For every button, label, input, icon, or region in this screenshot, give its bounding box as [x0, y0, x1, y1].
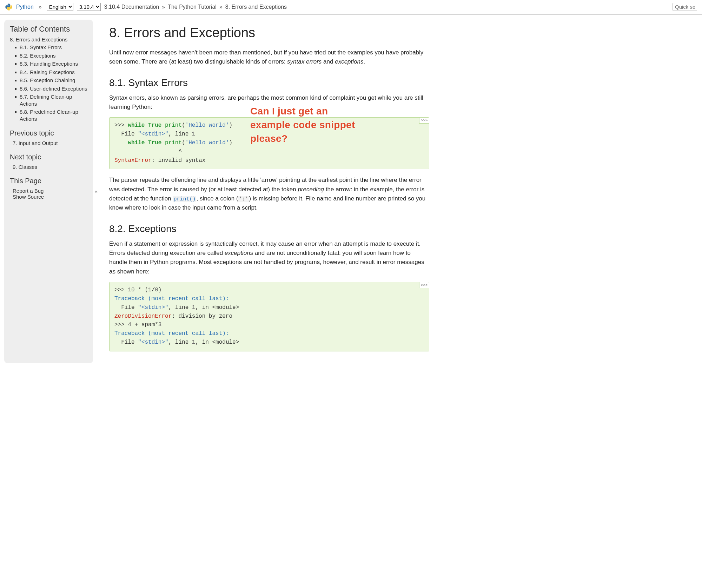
python-logo-icon: [5, 3, 13, 11]
toc-heading: Table of Contents: [10, 25, 87, 34]
toc-item[interactable]: 8.5. Exception Chaining: [20, 77, 75, 83]
top-nav-bar: Python » English 3.10.4 3.10.4 Documenta…: [0, 0, 702, 15]
inline-code-colon: ':': [238, 196, 249, 202]
python-home-link[interactable]: Python: [16, 4, 34, 10]
code-example-exceptions: >>>>>> 10 * (1/0) Traceback (most recent…: [109, 282, 429, 351]
toc-item[interactable]: 8.3. Handling Exceptions: [20, 61, 78, 67]
syntax-errors-paragraph: Syntax errors, also known as parsing err…: [109, 93, 429, 112]
toc-item[interactable]: 8.8. Predefined Clean-up Actions: [20, 109, 78, 122]
prev-topic-link[interactable]: 7. Input and Output: [13, 140, 87, 146]
svg-point-0: [7, 4, 8, 5]
breadcrumb: 3.10.4 Documentation » The Python Tutori…: [104, 4, 669, 10]
section-heading-syntax-errors: 8.1. Syntax Errors: [109, 77, 429, 88]
prev-topic-heading: Previous topic: [10, 129, 87, 137]
next-topic-link[interactable]: 9. Classes: [13, 164, 87, 170]
svg-point-1: [10, 9, 11, 10]
breadcrumb-current: 8. Errors and Exceptions: [225, 4, 287, 10]
inline-code-print: print(): [173, 196, 196, 202]
breadcrumb-sep: »: [39, 4, 42, 10]
page-title: 8. Errors and Exceptions: [109, 25, 429, 40]
toc-root-link[interactable]: 8. Errors and Exceptions: [10, 37, 87, 42]
language-select[interactable]: English: [47, 3, 73, 11]
toc-item[interactable]: 8.1. Syntax Errors: [20, 44, 62, 50]
syntax-errors-paragraph-2: The parser repeats the offending line an…: [109, 176, 429, 212]
code-example-syntax-error: >>>>>> while True print('Hello world') F…: [109, 117, 429, 169]
sidebar: Table of Contents 8. Errors and Exceptio…: [4, 20, 93, 363]
breadcrumb-tutorial[interactable]: The Python Tutorial: [168, 4, 217, 10]
quick-search-input[interactable]: [673, 3, 697, 11]
breadcrumb-docroot[interactable]: 3.10.4 Documentation: [104, 4, 159, 10]
version-select[interactable]: 3.10.4: [77, 3, 101, 11]
intro-paragraph: Until now error messages haven't been mo…: [109, 48, 429, 67]
this-page-heading: This Page: [10, 177, 87, 185]
toc-item[interactable]: 8.2. Exceptions: [20, 53, 56, 59]
sidebar-collapse-button[interactable]: «: [93, 15, 99, 368]
next-topic-heading: Next topic: [10, 153, 87, 161]
copy-prompt-button[interactable]: >>>: [419, 117, 429, 124]
copy-prompt-button[interactable]: >>>: [419, 282, 429, 288]
toc-item[interactable]: 8.6. User-defined Exceptions: [20, 86, 87, 92]
report-bug-link[interactable]: Report a Bug: [13, 188, 87, 194]
main-content: 8. Errors and Exceptions Until now error…: [99, 15, 443, 368]
toc-item[interactable]: 8.7. Defining Clean-up Actions: [20, 94, 72, 107]
exceptions-paragraph: Even if a statement or expression is syn…: [109, 239, 429, 276]
section-heading-exceptions: 8.2. Exceptions: [109, 223, 429, 234]
toc-item[interactable]: 8.4. Raising Exceptions: [20, 69, 75, 75]
show-source-link[interactable]: Show Source: [13, 194, 87, 200]
